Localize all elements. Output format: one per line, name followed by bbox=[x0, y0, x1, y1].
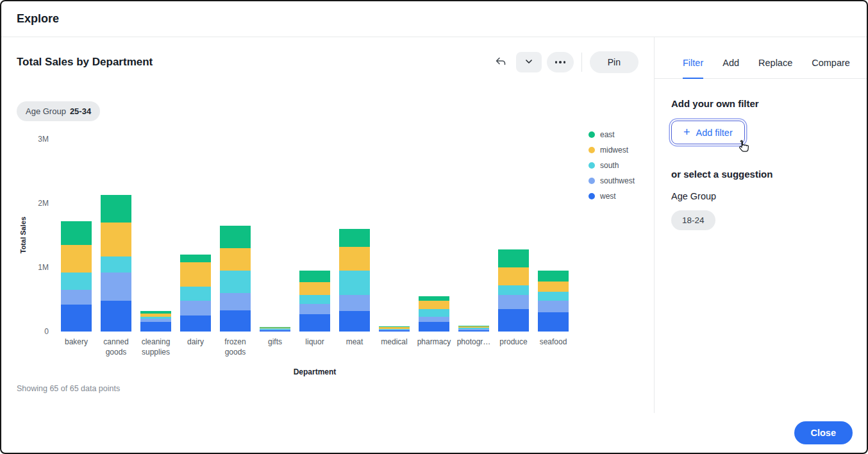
stacked-bar[interactable] bbox=[180, 255, 211, 332]
bar-segment-midwest[interactable] bbox=[101, 223, 131, 256]
stacked-bar[interactable] bbox=[339, 229, 370, 332]
bar-segment-southwest[interactable] bbox=[419, 317, 449, 322]
age-group-filter-chip[interactable]: Age Group 25-34 bbox=[17, 101, 100, 121]
bar-segment-east[interactable] bbox=[220, 226, 251, 248]
bar-segment-south[interactable] bbox=[339, 271, 370, 295]
bar-segment-east[interactable] bbox=[498, 249, 529, 267]
stacked-bar[interactable] bbox=[458, 326, 489, 332]
stacked-bar[interactable] bbox=[101, 195, 131, 332]
history-dropdown-button[interactable] bbox=[516, 52, 542, 72]
panel-tabs: Filter Add Replace Compare bbox=[655, 37, 867, 79]
bar-segment-west[interactable] bbox=[61, 305, 92, 332]
bar-column: gifts bbox=[255, 139, 295, 348]
tab-filter[interactable]: Filter bbox=[683, 58, 703, 79]
undo-button[interactable] bbox=[490, 52, 511, 72]
bar-segment-midwest[interactable] bbox=[339, 247, 370, 271]
bar-segment-southwest[interactable] bbox=[339, 295, 370, 311]
bar-segment-south[interactable] bbox=[101, 256, 131, 273]
bar-segment-east[interactable] bbox=[339, 229, 370, 247]
legend-label: west bbox=[600, 192, 616, 201]
bar-segment-south[interactable] bbox=[180, 287, 211, 301]
stacked-bar[interactable] bbox=[498, 249, 529, 332]
x-category-label: photogr… bbox=[454, 337, 494, 348]
bar-segment-east[interactable] bbox=[101, 195, 131, 223]
stacked-bar[interactable] bbox=[220, 226, 251, 332]
more-options-button[interactable] bbox=[547, 52, 574, 72]
bar-segment-west[interactable] bbox=[260, 330, 290, 332]
stacked-bar[interactable] bbox=[538, 271, 569, 332]
legend-dot bbox=[588, 131, 595, 138]
stacked-bar[interactable] bbox=[379, 326, 410, 332]
add-filter-label: Add filter bbox=[696, 128, 733, 138]
stacked-bar-chart: Total Sales 3M2M1M0 bakerycanned goodscl… bbox=[17, 139, 638, 357]
legend-dot bbox=[588, 193, 595, 199]
page-title: Explore bbox=[17, 12, 59, 26]
bar-segment-southwest[interactable] bbox=[180, 301, 211, 315]
bar-segment-midwest[interactable] bbox=[498, 267, 529, 285]
bar-segment-south[interactable] bbox=[419, 309, 449, 317]
bar-segment-west[interactable] bbox=[458, 330, 489, 332]
bar-segment-west[interactable] bbox=[140, 322, 171, 332]
bar-segment-midwest[interactable] bbox=[220, 248, 251, 271]
legend-item-west[interactable]: west bbox=[588, 192, 635, 201]
bar-segment-south[interactable] bbox=[498, 285, 529, 295]
main-area: Total Sales by Department bbox=[1, 37, 867, 413]
bar-segment-midwest[interactable] bbox=[538, 282, 569, 292]
stacked-bar[interactable] bbox=[299, 271, 330, 332]
bar-segment-south[interactable] bbox=[299, 295, 330, 304]
bar-segment-east[interactable] bbox=[299, 271, 330, 282]
bar-segment-south[interactable] bbox=[61, 273, 92, 290]
pin-button[interactable]: Pin bbox=[590, 51, 638, 73]
bar-segment-west[interactable] bbox=[180, 315, 211, 332]
legend-item-south[interactable]: south bbox=[588, 161, 635, 170]
bar-segment-south[interactable] bbox=[538, 292, 569, 301]
bar-segment-east[interactable] bbox=[538, 271, 569, 282]
legend-item-east[interactable]: east bbox=[588, 130, 635, 139]
tab-add[interactable]: Add bbox=[722, 58, 739, 78]
suggestion-group-label: Age Group bbox=[671, 191, 850, 201]
x-category-label: cleaning supplies bbox=[136, 337, 176, 357]
stacked-bar[interactable] bbox=[260, 327, 290, 332]
bar-segment-west[interactable] bbox=[220, 310, 251, 332]
legend-item-southwest[interactable]: southwest bbox=[588, 176, 635, 185]
bar-segment-midwest[interactable] bbox=[299, 282, 330, 295]
bar-segment-midwest[interactable] bbox=[419, 301, 449, 309]
close-button[interactable]: Close bbox=[794, 421, 853, 444]
bar-segment-southwest[interactable] bbox=[61, 290, 92, 305]
stacked-bar[interactable] bbox=[140, 311, 171, 332]
bar-segment-east[interactable] bbox=[180, 255, 211, 262]
bar-segment-southwest[interactable] bbox=[220, 293, 251, 310]
tab-compare[interactable]: Compare bbox=[812, 58, 850, 78]
bar-segment-west[interactable] bbox=[101, 301, 131, 332]
add-filter-button[interactable]: + Add filter bbox=[671, 121, 745, 144]
y-tick-label: 3M bbox=[38, 135, 49, 144]
suggestion-chip-18-24[interactable]: 18-24 bbox=[671, 210, 715, 230]
bar-segment-west[interactable] bbox=[419, 322, 449, 332]
bar-segment-midwest[interactable] bbox=[180, 262, 211, 287]
bar-segment-southwest[interactable] bbox=[101, 273, 131, 301]
bar-segment-west[interactable] bbox=[379, 330, 410, 332]
bar-segment-west[interactable] bbox=[498, 309, 529, 332]
bar-segment-southwest[interactable] bbox=[538, 301, 569, 312]
bar-segment-west[interactable] bbox=[339, 311, 370, 332]
y-tick-label: 2M bbox=[38, 199, 49, 208]
legend-item-midwest[interactable]: midwest bbox=[588, 146, 635, 155]
bar-segment-midwest[interactable] bbox=[61, 245, 92, 273]
stacked-bar[interactable] bbox=[61, 221, 92, 332]
stacked-bar[interactable] bbox=[419, 296, 449, 332]
bar-segment-southwest[interactable] bbox=[299, 304, 330, 314]
suggestion-heading: or select a suggestion bbox=[671, 169, 850, 180]
bar-segment-west[interactable] bbox=[538, 312, 569, 332]
bar-segment-west[interactable] bbox=[299, 314, 330, 332]
bar-segment-east[interactable] bbox=[61, 221, 92, 245]
bar-segment-south[interactable] bbox=[220, 271, 251, 293]
bar-segment-east[interactable] bbox=[419, 296, 449, 301]
plot-area: bakerycanned goodscleaning suppliesdairy… bbox=[56, 139, 573, 357]
legend-dot bbox=[588, 178, 595, 184]
filter-chip-label: Age Group bbox=[26, 106, 66, 116]
bar-column: seafood bbox=[533, 139, 573, 348]
tab-replace[interactable]: Replace bbox=[758, 58, 792, 78]
data-points-status: Showing 65 of 65 data points bbox=[17, 384, 638, 393]
bar-segment-southwest[interactable] bbox=[498, 295, 529, 309]
chart-toolbar: Pin bbox=[490, 51, 638, 73]
